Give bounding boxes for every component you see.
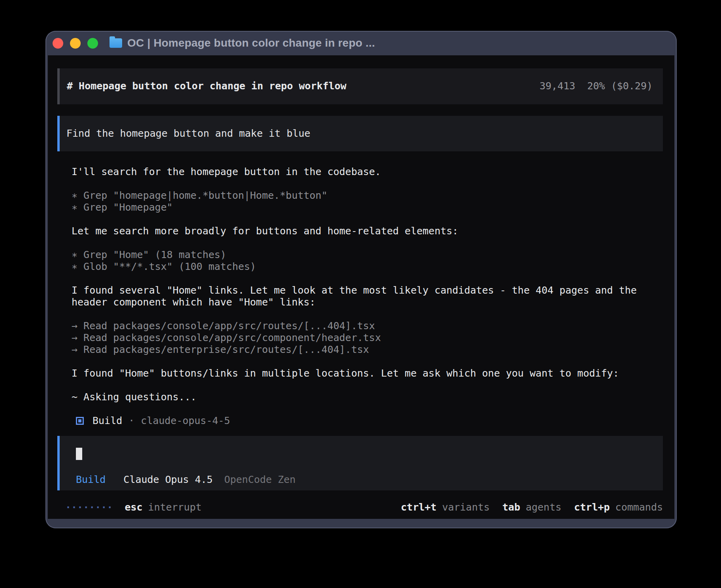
hint-agents-key: tab [502, 501, 520, 513]
agent-separator: · [128, 415, 134, 427]
assistant-text: I found "Home" buttons/links in multiple… [72, 368, 663, 379]
hint-interrupt-label: interrupt [148, 501, 202, 513]
tool-call-group: ∗ Grep "Home" (18 matches)∗ Glob "**/*.t… [72, 249, 663, 273]
hint-variants: ctrl+tvariants [401, 501, 490, 513]
arrow-icon: → [72, 344, 77, 355]
working-status: ~ Asking questions... [72, 391, 663, 403]
asterisk-icon: ∗ [72, 249, 77, 260]
window-titlebar: OC | Homepage button color change in rep… [45, 31, 677, 55]
hint-variants-label: variants [442, 501, 489, 513]
asterisk-icon: ∗ [72, 190, 77, 201]
hint-interrupt-key: esc [125, 501, 142, 513]
prompt-input[interactable]: Build Claude Opus 4.5 OpenCode Zen [57, 436, 663, 490]
keyboard-hints: ctrl+tvariantstabagentsctrl+pcommands [388, 501, 663, 513]
terminal-content: # Homepage button color change in repo w… [48, 55, 674, 519]
user-message-text: Find the homepage button and make it blu… [66, 128, 310, 139]
transcript-line: I found "Home" buttons/links in multiple… [72, 368, 663, 379]
session-stats: 39,413 20% ($0.29) [540, 80, 653, 92]
transcript-line: ~ Asking questions... [72, 391, 663, 403]
build-square-icon [76, 417, 84, 425]
status-bar: ········ escinterrupt ctrl+tvariantstaba… [65, 501, 663, 513]
tool-call-group: ∗ Grep "homepage|home.*button|Home.*butt… [72, 190, 663, 213]
hint-commands-key: ctrl+p [574, 501, 610, 513]
terminal-window: OC | Homepage button color change in rep… [45, 31, 677, 528]
hint-agents: tabagents [502, 501, 561, 513]
hint-agents-label: agents [526, 501, 561, 513]
tool-call-line: → Read packages/enterprise/src/routes/[.… [72, 344, 663, 356]
window-title: OC | Homepage button color change in rep… [127, 37, 375, 49]
hint-interrupt: escinterrupt [125, 501, 202, 513]
assistant-text: I'll search for the homepage button in t… [72, 166, 663, 178]
hint-variants-key: ctrl+t [401, 501, 436, 513]
hint-commands-label: commands [615, 501, 663, 513]
minimize-button[interactable] [70, 38, 81, 49]
tool-call-line: ∗ Grep "Home" (18 matches) [72, 249, 663, 261]
tool-call-line: ∗ Grep "Homepage" [72, 202, 663, 213]
hint-commands: ctrl+pcommands [574, 501, 663, 513]
input-provider-label: OpenCode Zen [224, 474, 296, 485]
tool-call-group: → Read packages/console/app/src/routes/[… [72, 320, 663, 356]
tool-call-line: → Read packages/console/app/src/componen… [72, 332, 663, 344]
user-message: Find the homepage button and make it blu… [57, 116, 663, 151]
tool-call-line: ∗ Grep "homepage|home.*button|Home.*butt… [72, 190, 663, 202]
agent-model: claude-opus-4-5 [141, 415, 230, 427]
input-agent-label[interactable]: Build [76, 474, 106, 485]
input-footer: Build Claude Opus 4.5 OpenCode Zen [76, 474, 653, 486]
close-button[interactable] [53, 38, 63, 49]
transcript-line: I'll search for the homepage button in t… [72, 166, 663, 178]
spinner-dots-icon: ········ [65, 501, 113, 513]
tool-call-line: ∗ Glob "**/*.tsx" (100 matches) [72, 261, 663, 273]
traffic-lights [53, 38, 98, 49]
tool-call-line: → Read packages/console/app/src/routes/[… [72, 320, 663, 332]
transcript-line: I found several "Home" links. Let me loo… [72, 285, 663, 308]
transcript-line: Let me search more broadly for buttons a… [72, 225, 663, 237]
asterisk-icon: ∗ [72, 261, 77, 272]
input-model-label[interactable]: Claude Opus 4.5 [123, 474, 213, 485]
arrow-icon: → [72, 320, 77, 332]
arrow-icon: → [72, 332, 77, 343]
transcript: I'll search for the homepage button in t… [72, 166, 663, 403]
agent-status-line: Build · claude-opus-4-5 [76, 415, 663, 427]
text-cursor [76, 448, 82, 460]
folder-icon [109, 38, 122, 48]
agent-name: Build [92, 415, 122, 427]
assistant-text: Let me search more broadly for buttons a… [72, 225, 663, 237]
session-header: # Homepage button color change in repo w… [57, 68, 663, 104]
desktop-background: { "window": { "title": "OC | Homepage bu… [0, 0, 721, 588]
zoom-button[interactable] [87, 38, 98, 49]
assistant-text: I found several "Home" links. Let me loo… [72, 285, 663, 308]
session-title: # Homepage button color change in repo w… [67, 80, 346, 92]
asterisk-icon: ∗ [72, 202, 77, 213]
